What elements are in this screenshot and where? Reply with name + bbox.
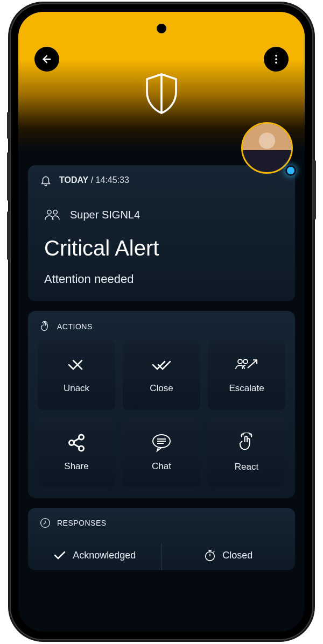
svg-point-1: [275, 55, 277, 57]
chat-icon: [151, 433, 172, 452]
arrow-left-icon: [41, 53, 53, 65]
timestamp-time: 14:45:33: [96, 175, 129, 185]
tap-icon: [40, 321, 51, 332]
action-label: Share: [64, 461, 88, 472]
action-label: Escalate: [229, 383, 264, 394]
chat-button[interactable]: Chat: [123, 417, 200, 487]
group-row: Super SIGNL4: [44, 208, 279, 221]
closed-status[interactable]: Closed: [162, 543, 296, 570]
status-indicator: [285, 165, 296, 176]
avatar[interactable]: [241, 122, 293, 174]
actions-card: ACTIONS Unack Close Escalate: [28, 311, 295, 498]
unack-icon: [66, 356, 87, 374]
content: TODAY / 14:45:33 Super SIGNL4 Critical A…: [18, 149, 305, 632]
close-icon: [151, 356, 172, 374]
share-icon: [67, 433, 86, 452]
action-label: Close: [150, 383, 173, 394]
more-button[interactable]: [264, 47, 289, 72]
dots-vertical-icon: [270, 53, 282, 65]
group-name: Super SIGNL4: [70, 209, 140, 221]
svg-point-13: [79, 446, 84, 451]
volume-button: [7, 211, 10, 260]
svg-point-21: [206, 552, 215, 561]
timestamp-day: TODAY: [59, 175, 88, 185]
svg-line-25: [214, 551, 215, 553]
phone-frame: TODAY / 14:45:33 Super SIGNL4 Critical A…: [11, 4, 312, 639]
camera-hole: [157, 24, 166, 33]
escalate-icon: [235, 356, 258, 374]
clock-icon: [40, 518, 51, 528]
check-icon: [53, 550, 66, 561]
svg-line-14: [74, 438, 79, 442]
alert-title: Critical Alert: [44, 236, 279, 260]
responses-card: RESPONSES Acknowledged Closed: [28, 508, 295, 570]
react-button[interactable]: React: [208, 417, 285, 487]
power-button: [313, 160, 316, 220]
stopwatch-icon: [204, 549, 216, 562]
svg-point-3: [275, 62, 277, 64]
alert-card: TODAY / 14:45:33 Super SIGNL4 Critical A…: [28, 165, 295, 301]
svg-point-11: [79, 435, 84, 440]
bell-icon: [40, 174, 52, 187]
svg-point-6: [53, 210, 58, 215]
back-button[interactable]: [34, 47, 59, 72]
volume-button: [7, 112, 10, 139]
svg-point-8: [238, 359, 242, 364]
actions-label: ACTIONS: [57, 322, 93, 331]
close-button[interactable]: Close: [123, 340, 200, 410]
react-icon: [237, 433, 256, 453]
responses-label: RESPONSES: [57, 519, 107, 527]
svg-point-12: [69, 441, 74, 445]
svg-point-9: [243, 359, 248, 364]
action-label: React: [235, 462, 258, 472]
svg-point-5: [47, 210, 52, 215]
volume-button: [7, 152, 10, 201]
svg-line-10: [248, 360, 256, 368]
shield-icon: [142, 71, 181, 116]
action-label: Chat: [152, 461, 171, 472]
response-label: Acknowledged: [73, 550, 136, 561]
screen: TODAY / 14:45:33 Super SIGNL4 Critical A…: [18, 12, 305, 632]
group-icon: [44, 208, 60, 221]
action-label: Unack: [64, 383, 89, 394]
acknowledged-status[interactable]: Acknowledged: [28, 543, 162, 570]
avatar-image: [243, 124, 291, 172]
share-button[interactable]: Share: [38, 417, 115, 487]
escalate-button[interactable]: Escalate: [208, 340, 285, 410]
response-label: Closed: [222, 550, 252, 561]
svg-line-15: [74, 444, 79, 447]
alert-message: Attention needed: [44, 272, 279, 286]
svg-point-2: [275, 58, 277, 60]
unack-button[interactable]: Unack: [38, 340, 115, 410]
